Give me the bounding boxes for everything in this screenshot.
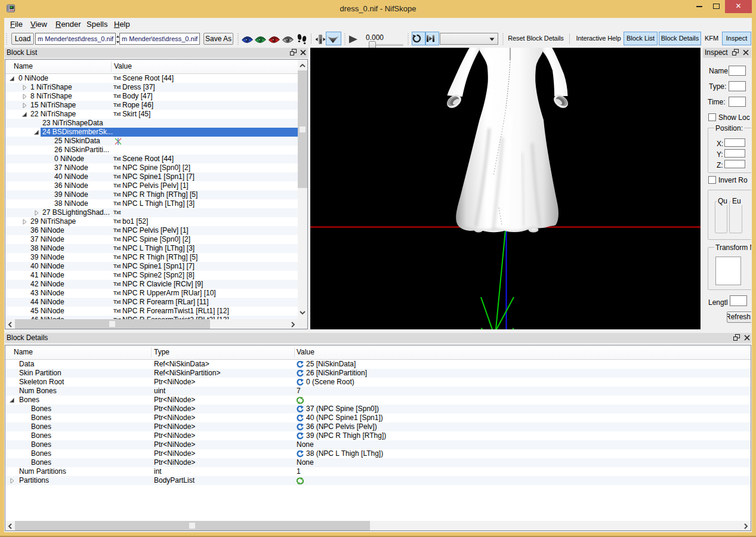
minimize-button[interactable]	[690, 0, 708, 13]
menu-help[interactable]: Help	[113, 18, 131, 31]
x-input[interactable]	[724, 138, 745, 147]
scroll-left-icon[interactable]	[8, 523, 13, 531]
red-eye-icon[interactable]	[269, 36, 280, 45]
block-details-row[interactable]: PartitionsBodyPartList	[5, 476, 751, 485]
maximize-button[interactable]	[708, 0, 725, 13]
close-button[interactable]: ✕	[725, 0, 752, 13]
interactive-help-button[interactable]: Interactive Help	[572, 32, 625, 45]
scrollbar-thumb[interactable]	[298, 70, 307, 188]
block-list-row[interactable]: 8 NiTriShapeTxtBody [47]	[5, 92, 298, 101]
block-details-row[interactable]: BonesPtr<NiNode>None	[5, 440, 751, 449]
block-list-row[interactable]: 29 NiTriShapeTxtbo1 [52]	[5, 217, 298, 226]
block-list-row[interactable]: 37 NiNodeTxtNPC Spine [Spn0] [2]	[5, 163, 298, 172]
play-icon[interactable]	[348, 35, 358, 45]
footsteps-icon[interactable]	[297, 34, 307, 47]
block-list-row[interactable]: 37 NiNodeTxtNPC Spine [Spn0] [2]	[5, 235, 298, 244]
animation-combobox[interactable]	[440, 33, 498, 45]
kfm-toggle[interactable]: KFM	[702, 32, 721, 45]
block-list-row[interactable]: 45 NiNodeTxtNPC R ForearmTwist1 [RLt1] […	[5, 307, 298, 316]
block-list-row[interactable]: 0 NiNodeTxtScene Root [44]	[5, 155, 298, 163]
block-details-float-button[interactable]	[733, 334, 740, 341]
inspect-toggle[interactable]: Inspect	[722, 32, 751, 45]
block-list-row[interactable]: 0 NiNodeTxtScene Root [44]	[5, 74, 298, 83]
block-list-row[interactable]: 39 NiNodeTxtNPC R Thigh [RThg] [5]	[5, 190, 298, 199]
block-details-close-button[interactable]	[743, 334, 751, 341]
block-details-row[interactable]: BonesPtr<NiNode> 36 (NPC Pelvis [Pelv])	[5, 422, 751, 431]
collapsed-arrow-icon[interactable]	[10, 478, 14, 484]
loop-toggle[interactable]	[412, 32, 425, 45]
block-list-row[interactable]: 44 NiNodeTxtNPC R Forearm [RLar] [11]	[5, 298, 298, 307]
reset-block-details-button[interactable]: Reset Block Details	[506, 32, 566, 45]
inspect-name-input[interactable]	[729, 66, 746, 76]
inspect-type-input[interactable]	[729, 81, 746, 91]
block-list-row[interactable]: 23 NiTriShapeData	[5, 119, 298, 128]
block-details-row[interactable]: Skin PartitionRef<NiSkinPartition> 26 [N…	[5, 369, 751, 378]
inspect-close-button[interactable]	[742, 49, 749, 56]
block-list-row[interactable]: 25 NiSkinData	[5, 137, 298, 146]
expanded-arrow-icon[interactable]	[22, 112, 27, 117]
block-list-row[interactable]: 42 NiNodeTxtNPC R Clavicle [RClv] [9]	[5, 280, 298, 289]
load-path-input[interactable]: m Mender\test\dress_0.nif	[35, 33, 116, 45]
block-details-row[interactable]: Skeleton RootPtr<NiNode> 0 (Scene Root)	[5, 378, 751, 387]
inspect-title[interactable]: Inspect	[703, 48, 751, 58]
length-input[interactable]	[730, 295, 747, 306]
block-details-row[interactable]: BonesPtr<NiNode> 39 (NPC R Thigh [RThg])	[5, 431, 751, 440]
expanded-arrow-icon[interactable]	[34, 130, 39, 135]
collapsed-arrow-icon[interactable]	[23, 103, 27, 109]
blue-eye-icon[interactable]	[242, 36, 253, 45]
block-list-row[interactable]: 26 NiSkinPartiti...	[5, 146, 298, 155]
block-list-row[interactable]: 36 NiNodeTxtNPC Pelvis [Pelv] [1]	[5, 226, 298, 235]
block-details-row[interactable]: BonesPtr<NiNode> 40 (NPC Spine1 [Spn1])	[5, 413, 751, 422]
gl-viewport[interactable]	[310, 48, 701, 329]
block-list-horizontal-scrollbar[interactable]	[5, 319, 298, 329]
show-local-checkbox[interactable]	[708, 113, 716, 121]
block-list-vertical-scrollbar[interactable]	[298, 60, 307, 319]
block-list-row[interactable]: 27 BSLightingShad...Txt	[5, 208, 298, 217]
block-list-row[interactable]: 36 NiNodeTxtNPC Pelvis [Pelv] [1]	[5, 181, 298, 190]
block-list-title[interactable]: Block List	[5, 48, 308, 58]
block-details-row[interactable]: DataRef<NiSkinData> 25 [NiSkinData]	[5, 360, 751, 369]
block-list-row[interactable]: 15 NiTriShapeTxtRope [46]	[5, 101, 298, 110]
block-list-row[interactable]: 24 BSDismemberSk...	[5, 128, 298, 137]
block-list-col-name[interactable]: Name	[14, 60, 33, 73]
menu-view[interactable]: View	[30, 18, 48, 31]
block-list-row[interactable]: 38 NiNodeTxtNPC L Thigh [LThg] [3]	[5, 244, 298, 253]
scroll-right-icon[interactable]	[743, 523, 748, 531]
block-list-float-button[interactable]	[290, 49, 297, 56]
block-list-row[interactable]: 43 NiNodeTxtNPC R UpperArm [RUar] [10]	[5, 289, 298, 298]
block-details-row[interactable]: Num Bonesuint7	[5, 387, 751, 396]
scrollbar-thumb[interactable]	[15, 319, 210, 329]
block-list-col-value[interactable]: Value	[114, 60, 132, 73]
gray-eye-icon[interactable]	[282, 36, 294, 45]
block-details-horizontal-scrollbar[interactable]	[5, 521, 751, 530]
load-button[interactable]: Load	[11, 33, 34, 45]
draw-axes-toggle[interactable]	[326, 32, 341, 45]
scroll-up-icon[interactable]	[300, 62, 306, 70]
block-details-row[interactable]: BonesPtr<NiNode> 37 (NPC Spine [Spn0])	[5, 405, 751, 413]
menu-file[interactable]: File	[10, 18, 23, 31]
block-list-close-button[interactable]	[300, 49, 307, 56]
collapsed-arrow-icon[interactable]	[23, 94, 27, 100]
block-details-row[interactable]: BonesPtr<NiNode>	[5, 396, 751, 405]
inspect-float-button[interactable]	[732, 49, 739, 56]
block-list-row[interactable]: 38 NiNodeTxtNPC L Thigh [LThg] [3]	[5, 199, 298, 208]
collapsed-arrow-icon[interactable]	[23, 85, 27, 91]
block-list-row[interactable]: 1 NiTriShapeTxtDress [37]	[5, 83, 298, 92]
block-details-title[interactable]: Block Details	[5, 333, 751, 343]
scroll-left-icon[interactable]	[8, 322, 13, 329]
invert-rotation-checkbox[interactable]	[708, 176, 716, 184]
collapsed-arrow-icon[interactable]	[35, 210, 39, 216]
block-details-col-value[interactable]: Value	[297, 345, 314, 359]
block-details-col-type[interactable]: Type	[154, 345, 169, 359]
scroll-right-icon[interactable]	[291, 322, 295, 329]
block-list-row[interactable]: 40 NiNodeTxtNPC Spine1 [Spn1] [7]	[5, 262, 298, 271]
scroll-down-icon[interactable]	[300, 309, 306, 317]
menu-render[interactable]: Render	[55, 18, 82, 31]
block-list-row[interactable]: 41 NiNodeTxtNPC Spine2 [Spn2] [8]	[5, 271, 298, 280]
menu-spells[interactable]: Spells	[86, 18, 108, 31]
block-details-row[interactable]: BonesPtr<NiNode>None	[5, 458, 751, 467]
switch-toggle[interactable]	[425, 32, 439, 45]
green-eye-icon[interactable]	[255, 36, 266, 45]
y-input[interactable]	[724, 149, 745, 158]
scrollbar-thumb[interactable]	[15, 521, 370, 530]
